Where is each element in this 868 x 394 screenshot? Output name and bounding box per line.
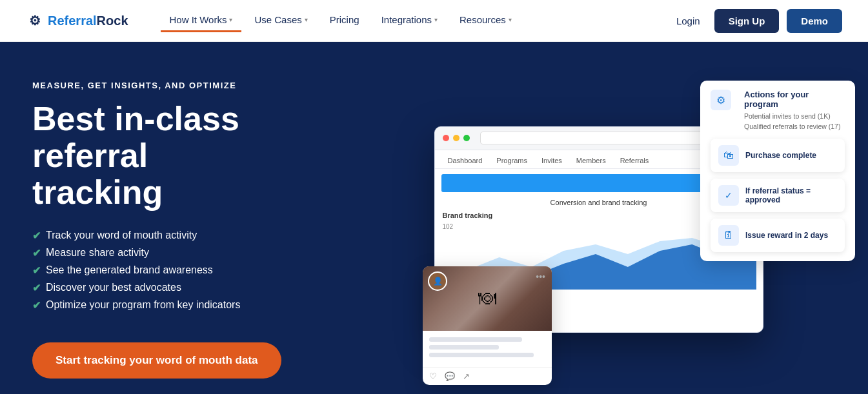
hero-title: Best in-class referral tracking <box>32 101 310 212</box>
gear-icon: ⚙ <box>711 90 731 110</box>
chevron-down-icon: ▾ <box>305 16 308 23</box>
hero-eyebrow: MEASURE, GET INSIGHTS, AND OPTIMIZE <box>32 81 310 90</box>
action-panel: ⚙ Actions for your program Potential inv… <box>700 81 855 261</box>
logo-icon: ⚙ <box>26 12 44 30</box>
tab-referrals[interactable]: Referrals <box>614 154 656 168</box>
logo-rock: Rock <box>97 14 128 28</box>
check-circle-icon: ✓ <box>718 185 739 206</box>
dot-yellow <box>453 135 459 141</box>
social-card-body <box>423 331 552 367</box>
brand-label: Brand tracking <box>443 212 493 219</box>
nav-right: Login Sign Up Demo <box>670 9 842 33</box>
dot-green <box>463 135 470 141</box>
calendar-icon: 🗓 <box>718 225 739 246</box>
action-row-label: If referral status = approved <box>745 186 837 204</box>
chevron-down-icon: ▾ <box>229 16 232 23</box>
login-link[interactable]: Login <box>670 10 707 32</box>
nav-pricing[interactable]: Pricing <box>321 9 368 32</box>
list-item: ✔See the generated brand awareness <box>32 264 310 277</box>
chevron-down-icon: ▾ <box>509 16 512 23</box>
dot-red <box>443 135 449 141</box>
hero-right: Dashboard Programs Invites Members Refer… <box>336 42 868 394</box>
shopping-icon: 🛍 <box>718 145 739 166</box>
list-item: ✔Track your word of mouth activity <box>32 230 310 242</box>
nav-how-it-works[interactable]: How It Works ▾ <box>161 9 242 32</box>
nav-integrations[interactable]: Integrations ▾ <box>372 9 447 32</box>
list-item: ✔Measure share activity <box>32 247 310 259</box>
social-lines <box>429 337 545 357</box>
list-item: ✔Optimize your program from key indicato… <box>32 299 310 311</box>
social-card: 🍽 ••• 👤 ♡ 💬 ↗ <box>423 266 552 385</box>
avatar: 👤 <box>428 271 447 291</box>
cta-button[interactable]: Start tracking your word of mouth data <box>32 342 281 379</box>
hero-section: MEASURE, GET INSIGHTS, AND OPTIMIZE Best… <box>0 42 868 394</box>
nav-links: How It Works ▾ Use Cases ▾ Pricing Integ… <box>161 9 670 32</box>
signup-button[interactable]: Sign Up <box>714 9 780 33</box>
share-icon[interactable]: ↗ <box>463 371 470 381</box>
tab-invites[interactable]: Invites <box>535 154 569 168</box>
comment-icon[interactable]: 💬 <box>445 371 455 381</box>
nav-resources[interactable]: Resources ▾ <box>450 9 521 32</box>
tab-programs[interactable]: Programs <box>490 154 534 168</box>
check-icon: ✔ <box>32 264 41 277</box>
navbar: ⚙ ReferralRock How It Works ▾ Use Cases … <box>0 0 868 42</box>
demo-button[interactable]: Demo <box>787 9 842 33</box>
action-panel-subtitle: Potential invites to send (1K) Qualified… <box>744 112 845 132</box>
check-icon: ✔ <box>32 247 41 259</box>
tab-dashboard[interactable]: Dashboard <box>441 154 489 168</box>
check-icon: ✔ <box>32 230 41 242</box>
action-row-referral: ✓ If referral status = approved <box>711 179 845 212</box>
action-panel-title: Actions for your program <box>744 90 845 109</box>
logo-referral: Referral <box>48 14 97 28</box>
dots-menu[interactable]: ••• <box>536 271 545 282</box>
social-card-image: 🍽 ••• 👤 <box>423 266 552 331</box>
list-item: ✔Discover your best advocates <box>32 282 310 294</box>
nav-use-cases[interactable]: Use Cases ▾ <box>245 9 316 32</box>
action-row-label: Purchase complete <box>745 151 816 160</box>
action-row-purchase: 🛍 Purchase complete <box>711 139 845 172</box>
action-row-label: Issue reward in 2 days <box>745 231 828 240</box>
hero-left: MEASURE, GET INSIGHTS, AND OPTIMIZE Best… <box>0 42 336 394</box>
heart-icon[interactable]: ♡ <box>429 371 437 381</box>
social-card-footer: ♡ 💬 ↗ <box>423 367 552 385</box>
hero-features-list: ✔Track your word of mouth activity ✔Meas… <box>32 230 310 317</box>
chevron-down-icon: ▾ <box>434 16 438 23</box>
logo[interactable]: ⚙ ReferralRock <box>26 12 128 30</box>
action-row-reward: 🗓 Issue reward in 2 days <box>711 219 845 252</box>
check-icon: ✔ <box>32 299 41 311</box>
check-icon: ✔ <box>32 282 41 294</box>
tab-members[interactable]: Members <box>570 154 612 168</box>
